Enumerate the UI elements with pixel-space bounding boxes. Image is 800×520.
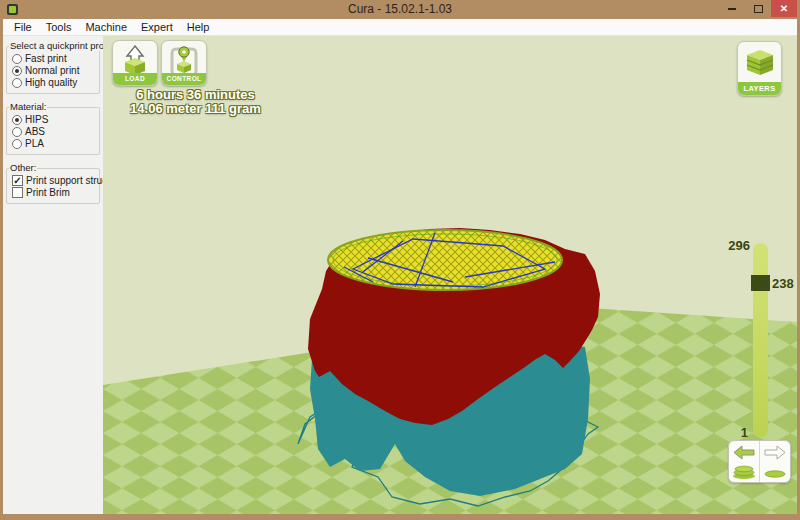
checkbox-print-support[interactable]: Print support structure [12, 175, 97, 186]
3d-viewport[interactable]: LOAD MODEL CONTROL 6 hours 36 minutes [103, 36, 797, 514]
layer-slider-track[interactable] [753, 243, 768, 437]
material-group-label: Material: [9, 101, 47, 112]
window-title: Cura - 15.02.1-1.03 [0, 2, 800, 16]
maximize-icon [754, 5, 763, 13]
layer-min-label: 1 [715, 425, 748, 440]
radio-fast-print[interactable]: Fast print [12, 53, 97, 64]
arrow-right-icon [764, 445, 786, 460]
other-group-label: Other: [9, 162, 37, 173]
layer-current-label: 238 [772, 276, 794, 291]
radio-icon[interactable] [12, 54, 22, 64]
load-model-label: LOAD MODEL [113, 73, 157, 85]
radio-icon-selected[interactable] [12, 115, 22, 125]
radio-hips[interactable]: HIPS [12, 114, 97, 125]
print-time: 6 hours 36 minutes [136, 87, 254, 102]
titlebar[interactable]: Cura - 15.02.1-1.03 ✕ [0, 0, 800, 19]
layer-nav-panel [728, 440, 791, 483]
radio-high-quality[interactable]: High quality [12, 77, 97, 88]
radio-normal-print[interactable]: Normal print [12, 65, 97, 76]
radio-icon-selected[interactable] [12, 66, 22, 76]
radio-pla[interactable]: PLA [12, 138, 97, 149]
menu-expert[interactable]: Expert [134, 20, 180, 34]
control-button[interactable]: CONTROL [161, 40, 207, 86]
close-button[interactable]: ✕ [771, 0, 797, 17]
print-material-usage: 14.06 meter 111 gram [130, 101, 261, 116]
minimize-button[interactable] [719, 0, 745, 17]
checkbox-print-brim[interactable]: Print Brim [12, 187, 97, 198]
load-model-button[interactable]: LOAD MODEL [112, 40, 158, 86]
radio-icon[interactable] [12, 127, 22, 137]
layer-step-up-button[interactable] [759, 441, 790, 482]
profile-group: Select a quickprint profile: Fast print … [6, 46, 100, 94]
checkbox-icon-checked[interactable] [12, 175, 23, 186]
close-icon: ✕ [780, 3, 788, 14]
quickprint-sidebar: Select a quickprint profile: Fast print … [3, 36, 103, 514]
menu-tools[interactable]: Tools [39, 20, 79, 34]
menubar: File Tools Machine Expert Help [3, 19, 797, 36]
arrow-left-icon [733, 445, 755, 460]
menu-machine[interactable]: Machine [78, 20, 134, 34]
menu-file[interactable]: File [7, 20, 39, 34]
checkbox-icon[interactable] [12, 187, 23, 198]
radio-icon[interactable] [12, 78, 22, 88]
material-group: Material: HIPS ABS PLA [6, 107, 100, 155]
other-group: Other: Print support structure Print Bri… [6, 168, 100, 204]
layer-slider-handle[interactable] [751, 275, 770, 291]
model-top-surface [328, 230, 562, 290]
menu-help[interactable]: Help [180, 20, 217, 34]
minimize-icon [728, 8, 736, 10]
control-label: CONTROL [162, 73, 206, 85]
radio-icon[interactable] [12, 139, 22, 149]
cura-window: Cura - 15.02.1-1.03 ✕ File Tools Machine… [0, 0, 800, 520]
layers-icon [745, 49, 775, 77]
layer-stack-icon [732, 465, 756, 479]
layer-max-label: 296 [715, 238, 750, 253]
print-info: 6 hours 36 minutes 14.06 meter 111 gram [103, 88, 288, 116]
layers-view-button[interactable]: LAYERS [737, 41, 782, 96]
layer-step-down-button[interactable] [729, 441, 759, 482]
radio-abs[interactable]: ABS [12, 126, 97, 137]
layers-label: LAYERS [738, 82, 781, 95]
single-layer-icon [763, 469, 787, 483]
maximize-button[interactable] [745, 0, 771, 17]
